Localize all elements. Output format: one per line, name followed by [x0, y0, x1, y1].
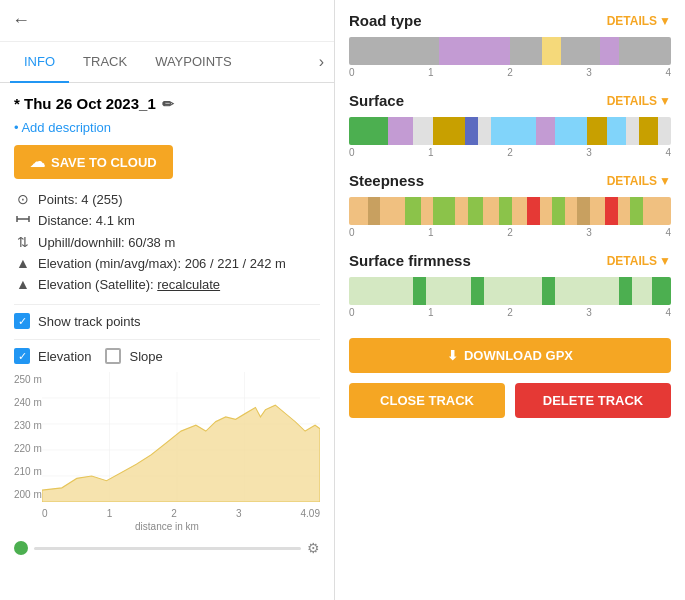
elevation-checkbox-row: Elevation — [14, 348, 91, 364]
steepness-title: Steepness — [349, 172, 424, 189]
bar-segment — [349, 37, 439, 65]
steepness-bar — [349, 197, 671, 225]
edit-icon[interactable]: ✏ — [162, 96, 174, 112]
distance-icon — [14, 212, 32, 229]
recalculate-link[interactable]: recalculate — [157, 277, 220, 292]
road-type-x-labels: 0 1 2 3 4 — [349, 67, 671, 78]
back-icon[interactable]: ← — [12, 10, 30, 31]
save-to-cloud-button[interactable]: ☁ SAVE TO CLOUD — [14, 145, 173, 179]
steepness-x-labels: 0 1 2 3 4 — [349, 227, 671, 238]
surface-firmness-details-link[interactable]: DETAILS ▼ — [607, 254, 671, 268]
divider2 — [14, 339, 320, 340]
chevron-down-icon: ▼ — [659, 254, 671, 268]
chart-area — [42, 372, 320, 502]
list-item: ▲ Elevation (min/avg/max): 206 / 221 / 2… — [14, 255, 320, 271]
elevation-checkbox[interactable] — [14, 348, 30, 364]
list-item: Distance: 4.1 km — [14, 212, 320, 229]
top-bar: ← — [0, 0, 334, 42]
surface-x-labels: 0 1 2 3 4 — [349, 147, 671, 158]
uphill-icon: ⇅ — [14, 234, 32, 250]
tab-info[interactable]: INFO — [10, 42, 69, 83]
road-type-title: Road type — [349, 12, 422, 29]
svg-marker-10 — [42, 405, 320, 502]
tab-track[interactable]: TRACK — [69, 42, 141, 83]
download-icon: ⬇ — [447, 348, 458, 363]
show-track-points-row: Show track points — [14, 313, 320, 329]
close-track-button[interactable]: CLOSE TRACK — [349, 383, 505, 418]
slope-checkbox-row: Slope — [105, 348, 162, 364]
tab-waypoints[interactable]: WAYPOINTS — [141, 42, 246, 83]
bar-segment — [619, 37, 671, 65]
road-type-section: Road type DETAILS ▼ 0 1 2 3 4 — [349, 12, 671, 78]
elevation-chart: 250 m 240 m 230 m 220 m 210 m 200 m — [14, 372, 320, 502]
right-panel: Road type DETAILS ▼ 0 1 2 3 4 Surface — [335, 0, 685, 600]
elevation-icon: ▲ — [14, 255, 32, 271]
chevron-down-icon: ▼ — [659, 94, 671, 108]
slider-handle[interactable] — [14, 541, 28, 555]
road-type-header: Road type DETAILS ▼ — [349, 12, 671, 29]
add-description-link[interactable]: Add description — [14, 120, 320, 135]
surface-firmness-section: Surface firmness DETAILS ▼ 0 1 2 3 4 — [349, 252, 671, 318]
tabs-bar: INFO TRACK WAYPOINTS › — [0, 42, 334, 83]
bar-segment — [510, 37, 542, 65]
slope-label: Slope — [129, 349, 162, 364]
surface-firmness-header: Surface firmness DETAILS ▼ — [349, 252, 671, 269]
list-item: ▲ Elevation (Satellite): recalculate — [14, 276, 320, 292]
chart-xlabel: distance in km — [14, 521, 320, 532]
slope-checkbox[interactable] — [105, 348, 121, 364]
chart-controls: Elevation Slope — [14, 348, 320, 364]
download-gpx-button[interactable]: ⬇ DOWNLOAD GPX — [349, 338, 671, 373]
show-track-points-label: Show track points — [38, 314, 141, 329]
surface-details-link[interactable]: DETAILS ▼ — [607, 94, 671, 108]
surface-title: Surface — [349, 92, 404, 109]
list-item: ⇅ Uphill/downhill: 60/38 m — [14, 234, 320, 250]
bar-segment — [600, 37, 619, 65]
chevron-down-icon: ▼ — [659, 174, 671, 188]
steepness-details-link[interactable]: DETAILS ▼ — [607, 174, 671, 188]
bar-segment — [542, 37, 561, 65]
delete-track-button[interactable]: DELETE TRACK — [515, 383, 671, 418]
left-content: * Thu 26 Oct 2023_1 ✏ Add description ☁ … — [0, 83, 334, 600]
action-buttons: CLOSE TRACK DELETE TRACK — [349, 383, 671, 418]
track-title: * Thu 26 Oct 2023_1 ✏ — [14, 95, 320, 112]
slider-track[interactable] — [34, 547, 301, 550]
surface-firmness-bar — [349, 277, 671, 305]
bar-segment — [439, 37, 510, 65]
satellite-icon: ▲ — [14, 276, 32, 292]
surface-firmness-x-labels: 0 1 2 3 4 — [349, 307, 671, 318]
steepness-header: Steepness DETAILS ▼ — [349, 172, 671, 189]
left-panel: ← INFO TRACK WAYPOINTS › * Thu 26 Oct 20… — [0, 0, 335, 600]
chart-x-labels: 0 1 2 3 4.09 — [14, 508, 320, 519]
show-track-points-checkbox[interactable] — [14, 313, 30, 329]
surface-bar — [349, 117, 671, 145]
steepness-section: Steepness DETAILS ▼ — [349, 172, 671, 238]
tab-arrow-icon[interactable]: › — [319, 53, 324, 71]
cloud-icon: ☁ — [30, 153, 45, 171]
road-type-bar — [349, 37, 671, 65]
bottom-buttons: ⬇ DOWNLOAD GPX CLOSE TRACK DELETE TRACK — [349, 338, 671, 418]
bottom-slider: ⚙ — [14, 534, 320, 562]
list-item: ⊙ Points: 4 (255) — [14, 191, 320, 207]
divider — [14, 304, 320, 305]
road-type-details-link[interactable]: DETAILS ▼ — [607, 14, 671, 28]
stats-list: ⊙ Points: 4 (255) Distance: 4.1 km ⇅ Uph… — [14, 191, 320, 292]
chart-y-labels: 250 m 240 m 230 m 220 m 210 m 200 m — [14, 372, 42, 502]
chevron-down-icon: ▼ — [659, 14, 671, 28]
points-icon: ⊙ — [14, 191, 32, 207]
surface-section: Surface DETAILS ▼ 0 1 2 3 — [349, 92, 671, 158]
elevation-label: Elevation — [38, 349, 91, 364]
surface-header: Surface DETAILS ▼ — [349, 92, 671, 109]
surface-firmness-title: Surface firmness — [349, 252, 471, 269]
settings-icon[interactable]: ⚙ — [307, 540, 320, 556]
bar-segment — [561, 37, 600, 65]
